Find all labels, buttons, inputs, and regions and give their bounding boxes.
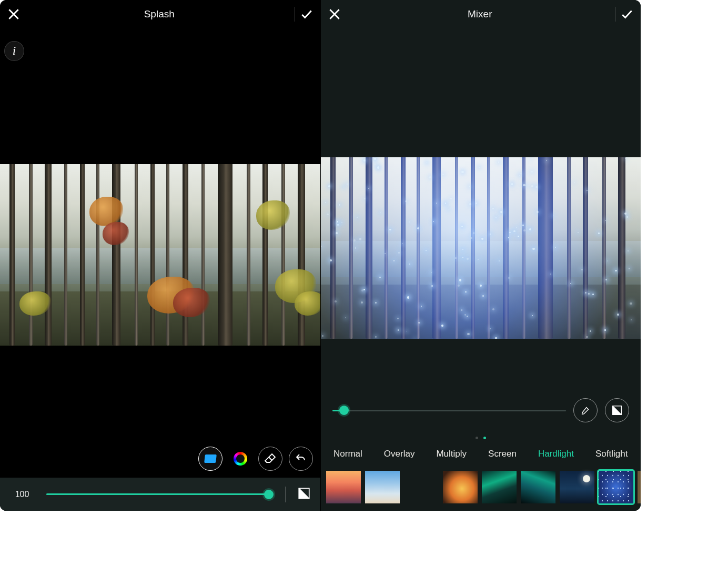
- splash-canvas[interactable]: [0, 28, 320, 346]
- splash-slider[interactable]: [46, 487, 274, 502]
- mixer-image: [321, 157, 641, 339]
- blend-mode-softlight[interactable]: Softlight: [593, 446, 630, 462]
- splash-slider-row: 100: [0, 478, 320, 511]
- page-dots: [321, 434, 641, 441]
- splash-header: Splash: [0, 0, 320, 28]
- header-divider: [295, 7, 295, 22]
- confirm-button[interactable]: [616, 4, 638, 25]
- brush-button[interactable]: [573, 398, 598, 422]
- close-button[interactable]: [3, 4, 24, 25]
- blend-mode-multiply[interactable]: Multiply: [434, 446, 469, 462]
- texture-aurora1[interactable]: [482, 471, 517, 503]
- close-button[interactable]: [324, 4, 345, 25]
- invert-button[interactable]: [605, 398, 629, 422]
- mixer-slider-row: [321, 387, 641, 434]
- texture-bluebits[interactable]: [599, 471, 633, 503]
- texture-storm[interactable]: [404, 471, 439, 503]
- undo-button[interactable]: [289, 447, 313, 471]
- splash-slider-value: 100: [9, 490, 35, 499]
- texture-fire[interactable]: [443, 471, 478, 503]
- mixer-slider[interactable]: [332, 402, 567, 418]
- mixer-pane: Mixer: [320, 0, 641, 511]
- page-dot[interactable]: [476, 437, 478, 439]
- invert-button[interactable]: [297, 487, 311, 502]
- texture-sky2[interactable]: [365, 471, 400, 503]
- blend-mode-hardlight[interactable]: Hardlight: [536, 446, 576, 462]
- mixer-title: Mixer: [345, 8, 615, 20]
- slider-divider: [285, 487, 286, 502]
- page-dot[interactable]: [483, 437, 486, 439]
- blend-mode-normal[interactable]: Normal: [331, 446, 365, 462]
- color-picker-button[interactable]: [229, 447, 252, 470]
- splash-tool-row: [0, 440, 320, 478]
- mixer-header: Mixer: [321, 0, 641, 28]
- confirm-button[interactable]: [296, 4, 317, 25]
- blend-mode-overlay[interactable]: Overlay: [382, 446, 417, 462]
- mixer-bottom: NormalOverlayMultiplyScreenHardlightSoft…: [321, 387, 641, 511]
- mixer-canvas[interactable]: [321, 28, 641, 339]
- splash-pane: Splash i: [0, 0, 320, 511]
- texture-moon[interactable]: [560, 471, 594, 503]
- texture-bokeh[interactable]: [638, 471, 641, 503]
- splash-title: Splash: [24, 8, 295, 20]
- texture-aurora2[interactable]: [521, 471, 555, 503]
- blend-mode-screen[interactable]: Screen: [486, 446, 519, 462]
- eraser-button[interactable]: [258, 447, 282, 471]
- splash-image: [0, 164, 320, 346]
- blend-mode-row: NormalOverlayMultiplyScreenHardlightSoft…: [321, 441, 641, 467]
- header-divider: [615, 7, 615, 22]
- texture-sunset[interactable]: [326, 471, 361, 503]
- texture-row: [321, 467, 641, 511]
- splash-bottom-bar: 100: [0, 440, 320, 511]
- shape-button[interactable]: [198, 447, 223, 471]
